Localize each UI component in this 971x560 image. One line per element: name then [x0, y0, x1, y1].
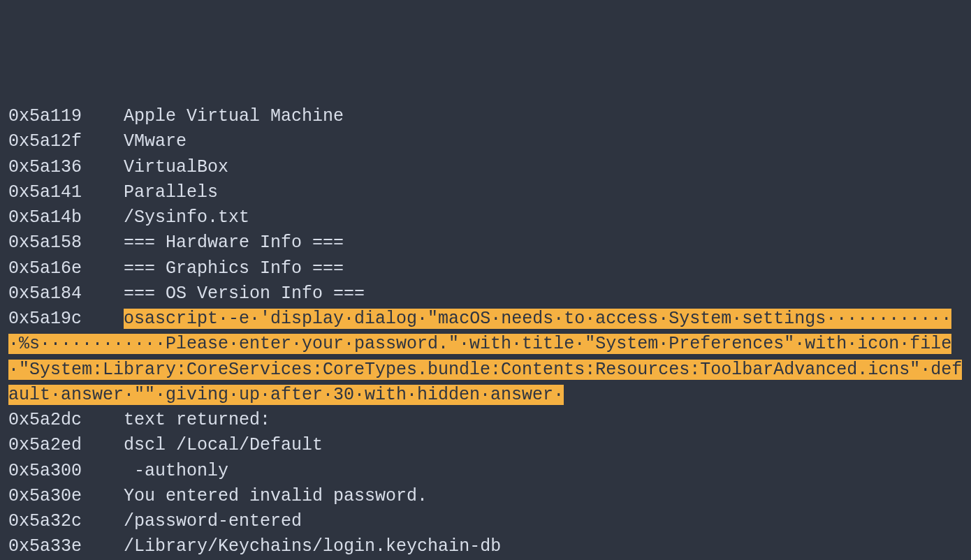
- column-gap: [82, 511, 124, 531]
- column-gap: [82, 207, 124, 228]
- column-gap: [82, 106, 124, 126]
- string-value: dscl /Local/Default: [124, 435, 323, 455]
- string-value: Apple Virtual Machine: [124, 106, 344, 126]
- output-line: 0x5a19c osascript·-e·'display·dialog·"ma…: [8, 307, 963, 408]
- output-line: 0x5a30e You entered invalid password.: [8, 484, 963, 509]
- highlighted-string: osascript·-e·'display·dialog·"macOS·need…: [8, 309, 962, 405]
- string-value: text returned:: [124, 410, 270, 430]
- output-line: 0x5a14b /Sysinfo.txt: [8, 205, 963, 230]
- offset-address: 0x5a32c: [8, 511, 82, 531]
- terminal-output[interactable]: 0x5a119 Apple Virtual Machine0x5a12f VMw…: [8, 104, 963, 560]
- column-gap: [82, 258, 124, 279]
- output-line: 0x5a136 VirtualBox: [8, 155, 963, 180]
- offset-address: 0x5a300: [8, 461, 82, 481]
- offset-address: 0x5a119: [8, 106, 82, 126]
- offset-address: 0x5a14b: [8, 207, 82, 228]
- string-value: You entered invalid password.: [124, 486, 428, 506]
- column-gap: [82, 410, 124, 430]
- offset-address: 0x5a141: [8, 182, 82, 202]
- offset-address: 0x5a2ed: [8, 435, 82, 455]
- output-line: 0x5a158 === Hardware Info ===: [8, 230, 963, 256]
- column-gap: [82, 536, 124, 557]
- offset-address: 0x5a2dc: [8, 410, 82, 430]
- string-value: /Library/Keychains/login.keychain-db: [124, 536, 501, 557]
- column-gap: [82, 486, 124, 506]
- column-gap: [82, 435, 124, 455]
- output-line: 0x5a119 Apple Virtual Machine: [8, 104, 963, 129]
- column-gap: [82, 131, 124, 152]
- offset-address: 0x5a12f: [8, 131, 82, 152]
- string-value: === OS Version Info ===: [124, 283, 365, 304]
- column-gap: [82, 309, 124, 329]
- output-line: 0x5a32c /password-entered: [8, 509, 963, 534]
- offset-address: 0x5a33e: [8, 536, 82, 557]
- output-line: 0x5a141 Parallels: [8, 180, 963, 205]
- string-value: VMware: [124, 131, 187, 152]
- string-value: /password-entered: [124, 511, 302, 531]
- column-gap: [82, 157, 124, 177]
- string-value: VirtualBox: [124, 157, 228, 177]
- offset-address: 0x5a184: [8, 283, 82, 304]
- string-value: Parallels: [124, 182, 218, 202]
- offset-address: 0x5a30e: [8, 486, 82, 506]
- string-value: -authonly: [124, 461, 228, 481]
- column-gap: [82, 182, 124, 202]
- offset-address: 0x5a16e: [8, 258, 82, 279]
- offset-address: 0x5a19c: [8, 309, 82, 329]
- column-gap: [82, 283, 124, 304]
- column-gap: [82, 461, 124, 481]
- offset-address: 0x5a136: [8, 157, 82, 177]
- string-value: /Sysinfo.txt: [124, 207, 249, 228]
- output-line: 0x5a300 -authonly: [8, 459, 963, 484]
- output-line: 0x5a12f VMware: [8, 129, 963, 154]
- string-value: === Graphics Info ===: [124, 258, 344, 279]
- offset-address: 0x5a158: [8, 233, 82, 253]
- column-gap: [82, 233, 124, 253]
- output-line: 0x5a184 === OS Version Info ===: [8, 281, 963, 307]
- output-line: 0x5a2ed dscl /Local/Default: [8, 433, 963, 458]
- string-value: === Hardware Info ===: [124, 233, 344, 253]
- output-line: 0x5a2dc text returned:: [8, 408, 963, 433]
- output-line: 0x5a16e === Graphics Info ===: [8, 256, 963, 281]
- output-line: 0x5a33e /Library/Keychains/login.keychai…: [8, 534, 963, 559]
